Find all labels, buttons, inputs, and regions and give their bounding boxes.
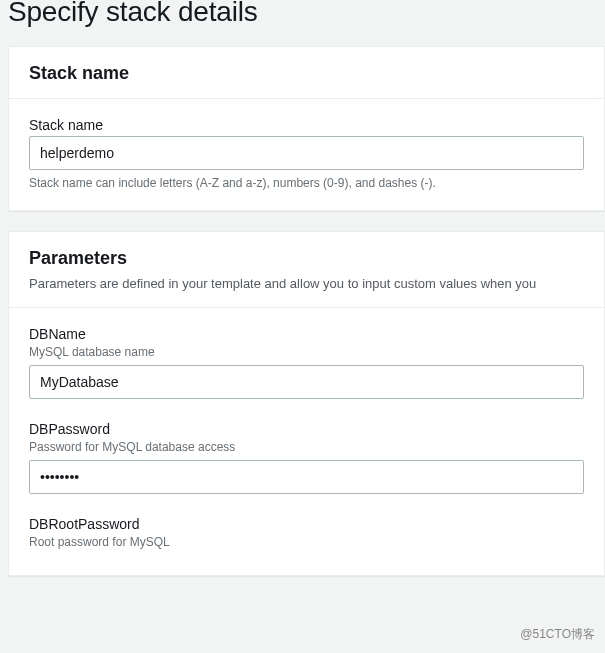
- stack-name-hint: Stack name can include letters (A-Z and …: [29, 176, 584, 190]
- stack-name-label: Stack name: [29, 117, 584, 133]
- dbrootpassword-label: DBRootPassword: [29, 516, 584, 532]
- dbname-desc: MySQL database name: [29, 345, 584, 359]
- stack-name-panel: Stack name Stack name Stack name can inc…: [8, 46, 605, 211]
- parameters-description: Parameters are defined in your template …: [29, 275, 584, 293]
- watermark: @51CTO博客: [520, 626, 595, 643]
- stack-name-panel-header: Stack name: [9, 47, 604, 99]
- stack-name-field: Stack name Stack name can include letter…: [29, 117, 584, 190]
- dbpassword-label: DBPassword: [29, 421, 584, 437]
- parameters-panel: Parameters Parameters are defined in you…: [8, 231, 605, 576]
- parameters-heading: Parameters: [29, 248, 584, 269]
- dbname-field: DBName MySQL database name: [29, 326, 584, 399]
- dbname-label: DBName: [29, 326, 584, 342]
- stack-name-input[interactable]: [29, 136, 584, 170]
- dbrootpassword-desc: Root password for MySQL: [29, 535, 584, 549]
- dbpassword-field: DBPassword Password for MySQL database a…: [29, 421, 584, 494]
- dbrootpassword-field: DBRootPassword Root password for MySQL: [29, 516, 584, 549]
- stack-name-heading: Stack name: [29, 63, 584, 84]
- dbname-input[interactable]: [29, 365, 584, 399]
- page-title: Specify stack details: [0, 0, 605, 46]
- parameters-panel-header: Parameters Parameters are defined in you…: [9, 232, 604, 308]
- dbpassword-input[interactable]: [29, 460, 584, 494]
- dbpassword-desc: Password for MySQL database access: [29, 440, 584, 454]
